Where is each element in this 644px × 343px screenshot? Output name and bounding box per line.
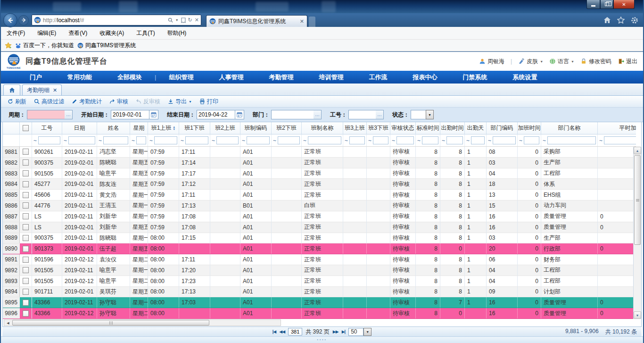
column-filter-input[interactable] <box>604 136 636 144</box>
row-checkbox[interactable] <box>23 224 29 230</box>
page-size-arrow[interactable]: ▼ <box>363 328 372 336</box>
horizontal-scrollbar-track[interactable]: ◀ <box>4 319 281 326</box>
column-filter-input[interactable] <box>422 136 438 144</box>
column-header[interactable]: 班3上班 <box>343 122 367 134</box>
column-header[interactable]: 班3下班 <box>367 122 390 134</box>
column-header[interactable]: 部门编码 <box>487 122 518 134</box>
scroll-up-button[interactable]: ▲ <box>634 147 641 154</box>
row-checkbox[interactable] <box>23 278 29 284</box>
settings-gear-icon[interactable] <box>631 17 638 24</box>
column-filter-input[interactable] <box>38 136 60 144</box>
row-checkbox[interactable] <box>23 257 29 263</box>
status-select[interactable] <box>411 110 426 119</box>
prev-page-button[interactable]: ◀◀ <box>279 329 285 334</box>
column-filter-input[interactable] <box>278 136 300 144</box>
browser-tab[interactable]: 同鑫T9IMS信息化管理系统 ✕ <box>206 15 307 27</box>
skin-menu[interactable]: 皮肤 ▼ <box>518 58 543 66</box>
refresh-button[interactable]: 刷新 <box>4 98 30 106</box>
column-filter-input[interactable] <box>185 136 208 144</box>
language-menu[interactable]: 语言 ▼ <box>549 58 574 66</box>
print-button[interactable]: 打印 <box>196 98 222 106</box>
column-filter-input[interactable] <box>103 136 128 144</box>
page-size-select[interactable]: 50 ▼ <box>348 328 372 336</box>
compatibility-view-icon[interactable] <box>181 17 186 23</box>
status-select-arrow[interactable]: ▼ <box>426 110 434 119</box>
row-checkbox[interactable] <box>23 170 29 176</box>
column-filter-input[interactable] <box>471 136 485 144</box>
column-filter-input[interactable] <box>136 136 146 144</box>
column-header[interactable]: 出勤天 <box>465 122 487 134</box>
column-header[interactable]: 班1下班 <box>179 122 210 134</box>
back-button[interactable] <box>3 13 17 27</box>
menu-view[interactable]: 查看(V) <box>68 29 87 37</box>
nav-item-all-modules[interactable]: 全部模块 <box>105 73 155 82</box>
export-button[interactable]: 导出 ▼ <box>164 98 196 106</box>
forward-button[interactable] <box>18 15 29 25</box>
column-header[interactable]: 班制编码 <box>240 122 272 134</box>
select-all-checkbox[interactable] <box>23 125 29 131</box>
menu-file[interactable]: 文件(F) <box>7 29 25 37</box>
period-input[interactable] <box>27 110 65 119</box>
column-header[interactable]: 审核状态 <box>390 122 416 134</box>
tab-close-icon[interactable]: ✕ <box>53 87 57 93</box>
row-checkbox[interactable] <box>23 267 29 273</box>
column-filter-input[interactable] <box>373 136 388 144</box>
table-row[interactable]: 98949017112019-02-01吴琪芬星期五08:0017:13A01正… <box>3 287 636 298</box>
table-row[interactable]: 98899003752019-02-11陈晓聪星期一08:0017:15A01正… <box>3 233 636 244</box>
nav-item-attendance[interactable]: 考勤管理 <box>256 73 306 82</box>
menu-edit[interactable]: 编辑(E) <box>37 29 56 37</box>
column-filter-input[interactable] <box>446 136 463 144</box>
row-checkbox[interactable] <box>23 213 29 219</box>
vertical-scrollbar-thumb[interactable] <box>634 155 641 245</box>
table-row[interactable]: 98929015052019-02-11喻意平星期一08:0017:20A01正… <box>3 265 636 276</box>
home-icon[interactable] <box>603 17 611 24</box>
favorite-link-t9ims[interactable]: 同鑫T9IMS管理系统 <box>77 42 136 50</box>
advanced-filter-button[interactable]: 高级过滤 <box>30 98 68 106</box>
table-row[interactable]: 98939015052019-02-12喻意平星期二08:0017:23A01正… <box>3 276 636 287</box>
nav-item-access-control[interactable]: 门禁系统 <box>450 73 500 82</box>
nav-item-org[interactable]: 组织管理 <box>156 73 206 82</box>
menu-tools[interactable]: 工具(T) <box>136 29 155 37</box>
nav-item-portal[interactable]: 门户 <box>17 73 55 82</box>
column-header[interactable]: 标准时间 <box>416 122 440 134</box>
nav-item-training[interactable]: 培训管理 <box>306 73 356 82</box>
minimize-button[interactable] <box>586 0 600 9</box>
favorites-star-icon[interactable] <box>617 17 625 24</box>
row-checkbox[interactable] <box>23 149 29 155</box>
attendance-stats-button[interactable]: 考勤统计 <box>68 98 106 106</box>
stop-icon[interactable]: ✕ <box>195 17 199 23</box>
row-checkbox[interactable] <box>23 300 29 306</box>
column-filter-input[interactable] <box>349 136 365 144</box>
audit-button[interactable]: 审核 <box>106 98 132 106</box>
column-filter-input[interactable] <box>68 136 95 144</box>
unaudit-button[interactable]: 反审核 <box>132 98 164 106</box>
row-checkbox[interactable] <box>23 159 29 166</box>
table-row[interactable]: 9886447762019-02-11王清玉星期一07:5917:13B01白班… <box>3 201 636 211</box>
employee-no-picker-button[interactable]: … <box>376 110 384 119</box>
column-header[interactable]: 班制名称 <box>302 122 343 134</box>
row-checkbox[interactable] <box>23 246 29 252</box>
logout-button[interactable]: 退出 <box>618 58 637 66</box>
change-password-button[interactable]: 修改密码 <box>580 58 611 66</box>
table-row[interactable]: 9888LS2019-02-01刘新华星期五07:5917:08A01正常班待审… <box>3 222 636 233</box>
column-header[interactable]: 班2下班 <box>272 122 302 134</box>
row-checkbox[interactable] <box>23 181 29 187</box>
column-filter-input[interactable] <box>247 136 270 144</box>
start-date-input[interactable] <box>111 110 149 119</box>
column-header[interactable]: 星期 <box>130 122 148 134</box>
bottom-splitter[interactable]: ···· <box>1 336 643 343</box>
column-header[interactable]: 加班时间 <box>518 122 541 134</box>
row-checkbox[interactable] <box>23 235 29 241</box>
department-input[interactable] <box>271 110 314 119</box>
row-checkbox[interactable] <box>23 192 29 198</box>
column-filter-input[interactable] <box>547 136 596 144</box>
next-page-button[interactable]: ▶▶ <box>333 329 339 334</box>
table-row[interactable]: 9884452772019-02-01陈友连星期五07:5917:12A01正常… <box>3 179 636 190</box>
column-header[interactable]: 班2上班 <box>210 122 240 134</box>
table-row[interactable]: 9887LS2019-02-11刘新华星期一07:5917:08A01正常班待审… <box>3 211 636 222</box>
splitter-handle-dots[interactable]: ···· <box>317 339 327 342</box>
column-header[interactable]: 工号 <box>32 122 62 134</box>
new-tab-stub[interactable] <box>309 17 315 27</box>
department-picker-button[interactable]: … <box>314 110 322 119</box>
refresh-page-icon[interactable]: ↻ <box>188 17 192 23</box>
